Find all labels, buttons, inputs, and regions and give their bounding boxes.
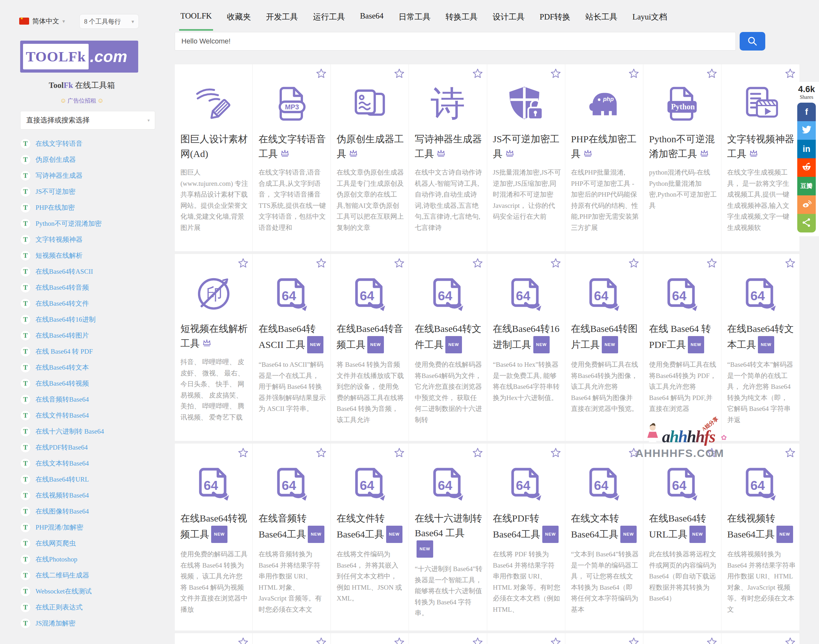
- sidebar-item[interactable]: T文字转视频神器: [20, 232, 104, 247]
- sidebar-item[interactable]: TPHP混淆/加解密: [20, 519, 104, 535]
- language-selector[interactable]: ★ 简体中文 ▾: [19, 17, 65, 26]
- tool-card[interactable]: 64在线Base64转ASCII 工具NEW“Base64 to ASCII”解…: [253, 254, 331, 441]
- tool-card[interactable]: 64在线PDF转Base64工具NEW在线将 PDF 转换为 Base64 并将…: [487, 443, 565, 630]
- favorite-star-icon[interactable]: [472, 447, 483, 458]
- sidebar-item-label[interactable]: 在线Base64转视频: [35, 379, 89, 388]
- tool-card[interactable]: [721, 633, 799, 644]
- favorite-star-icon[interactable]: [550, 68, 561, 79]
- tool-card[interactable]: 64在线文本转Base64工具NEW“文本到 Base64”转换器是一个简单的编…: [565, 443, 643, 630]
- favorite-star-icon[interactable]: [394, 68, 405, 79]
- favorite-star-icon[interactable]: [706, 637, 717, 644]
- sidebar-item-label[interactable]: 在线Base64转ASCII: [35, 267, 93, 276]
- favorite-star-icon[interactable]: [550, 447, 561, 458]
- linkedin-share-button[interactable]: in: [797, 140, 816, 158]
- twitter-share-button[interactable]: [797, 121, 816, 140]
- sidebar-item-label[interactable]: 在线网页爬虫: [35, 539, 76, 548]
- sidebar-item-label[interactable]: 在线Base64转URL: [35, 475, 89, 484]
- search-input[interactable]: [175, 32, 736, 51]
- tool-card[interactable]: 图巨人设计素材网(Ad)图巨人 (www.tujuren.com) 专注共享精品…: [175, 64, 253, 251]
- sidebar-item-label[interactable]: 在线PDF转Base64: [35, 443, 88, 452]
- sidebar-item[interactable]: TPHP在线加密: [20, 199, 104, 216]
- favorite-star-icon[interactable]: [628, 68, 639, 79]
- sidebar-item[interactable]: TWebsocket在线测试: [20, 583, 104, 599]
- sidebar-item-label[interactable]: 在线二维码生成器: [35, 571, 89, 580]
- favorite-star-icon[interactable]: [550, 637, 561, 644]
- favorite-star-icon[interactable]: [706, 68, 717, 79]
- tool-card[interactable]: phpPHP在线加密工具在线PHP批量混淆, PHP不可逆加密工具 - 加密后的…: [565, 64, 643, 251]
- favorite-star-icon[interactable]: [628, 447, 639, 458]
- sidebar-item[interactable]: T写诗神器生成器: [20, 167, 104, 184]
- sidebar-item[interactable]: T在线视频转Base64: [20, 487, 104, 503]
- facebook-share-button[interactable]: f: [797, 103, 816, 121]
- favorite-star-icon[interactable]: [472, 68, 483, 79]
- tool-card[interactable]: 文字转视频神器工具在线文字生成视频工具， 是一款将文字生成视频工具,提供一键生成…: [721, 64, 799, 251]
- sidebar-item[interactable]: T在线图像转Base64: [20, 503, 104, 519]
- sidebar-item-label[interactable]: 在线图像转Base64: [35, 507, 89, 516]
- tab-站长工具[interactable]: 站长工具: [584, 12, 619, 31]
- sidebar-item-label[interactable]: 在线Base64转文本: [35, 363, 89, 372]
- tool-card[interactable]: 64在线文件转Base64工具NEW在线将文件编码为 Base64， 并将其嵌入…: [331, 443, 409, 630]
- favorite-star-icon[interactable]: [706, 447, 717, 458]
- reddit-share-button[interactable]: [797, 158, 816, 177]
- favorite-star-icon[interactable]: [472, 637, 483, 644]
- sidebar-item[interactable]: T在线Photoshop: [20, 551, 104, 567]
- sidebar-item-label[interactable]: PHP混淆/加解密: [35, 523, 83, 532]
- tool-card[interactable]: 64在线Base64转16进制工具NEW“Base64 to Hex”转换器是一…: [487, 254, 565, 441]
- sidebar-item-label[interactable]: 文字转视频神器: [35, 235, 83, 244]
- favorite-star-icon[interactable]: [472, 258, 483, 268]
- favorite-star-icon[interactable]: [316, 637, 327, 644]
- favorite-star-icon[interactable]: [316, 68, 327, 79]
- tab-设计工具[interactable]: 设计工具: [492, 12, 526, 31]
- sidebar-item[interactable]: T在线十六进制转 Base64: [20, 423, 104, 439]
- tab-TOOLFK[interactable]: TOOLFK: [179, 12, 213, 31]
- search-button[interactable]: [740, 32, 765, 51]
- sidebar-item[interactable]: T在线PDF转Base64: [20, 439, 104, 455]
- favorite-star-icon[interactable]: [785, 637, 796, 644]
- favorite-star-icon[interactable]: [238, 637, 249, 644]
- favorite-star-icon[interactable]: [628, 637, 639, 644]
- tool-card[interactable]: [253, 633, 331, 644]
- sidebar-item[interactable]: T在线文本转Base64: [20, 455, 104, 471]
- favorite-star-icon[interactable]: [394, 258, 405, 268]
- tool-card[interactable]: JS不可逆加密工具JS批量混淆加密,JS不可逆加密,JS压缩加密,同时混淆和不可…: [487, 64, 565, 251]
- sidebar-item[interactable]: TPython不可逆混淆加密: [20, 216, 104, 232]
- sidebar-item[interactable]: T在线Base64转ASCII: [20, 264, 104, 279]
- sidebar-item[interactable]: T在线 Base64 转 PDF: [20, 343, 104, 359]
- tool-card[interactable]: [175, 633, 253, 644]
- sidebar-item-label[interactable]: 在线视频转Base64: [35, 491, 89, 500]
- sidebar-item[interactable]: T在线Base64转文件: [20, 296, 104, 311]
- tool-card[interactable]: PythonPython不可逆混淆加密工具python混淆代码-在线Python…: [643, 64, 721, 251]
- favorite-star-icon[interactable]: [238, 447, 249, 458]
- favorite-star-icon[interactable]: [628, 258, 639, 268]
- tool-card[interactable]: [331, 633, 409, 644]
- sidebar-item-label[interactable]: 在线文字转语音: [35, 139, 83, 148]
- sidebar-item-label[interactable]: 在线 Base64 转 PDF: [35, 347, 93, 356]
- tool-card[interactable]: 64在线Base64转图片工具NEW使用免费解码工具在线将Base64转换为图像…: [565, 254, 643, 441]
- tab-运行工具[interactable]: 运行工具: [312, 12, 346, 31]
- tool-card[interactable]: MP3在线文字转语音工具在线文字转语音,语音合成工具,从文字到语音， 文字转语音…: [253, 64, 331, 251]
- sidebar-item-label[interactable]: JS混淆加解密: [35, 619, 75, 628]
- sidebar-item-label[interactable]: 在线正则表达式: [35, 603, 83, 612]
- share-share-button[interactable]: [797, 214, 816, 233]
- sidebar-item-label[interactable]: Python不可逆混淆加密: [35, 219, 102, 228]
- sidebar-item[interactable]: T在线正则表达式: [20, 599, 104, 615]
- tab-Layui文档[interactable]: Layui文档: [631, 12, 668, 31]
- favorite-star-icon[interactable]: [785, 258, 796, 268]
- sidebar-item-label[interactable]: 在线文件转Base64: [35, 411, 89, 420]
- weibo-share-button[interactable]: [797, 195, 816, 214]
- favorite-star-icon[interactable]: [785, 447, 796, 458]
- sidebar-item-label[interactable]: 在线Base64转图片: [35, 331, 89, 340]
- sidebar-item[interactable]: T在线网页爬虫: [20, 535, 104, 551]
- favorite-star-icon[interactable]: [550, 258, 561, 268]
- tool-card[interactable]: 64在线Base64转URL工具NEW此在线转换器将远程文件或网页的内容编码为 …: [643, 443, 721, 630]
- favorite-star-icon[interactable]: [316, 447, 327, 458]
- sidebar-item[interactable]: T在线Base64转16进制: [20, 311, 104, 327]
- tool-card[interactable]: 64在线视频转Base64工具NEW在线将视频转换为 Base64 并将结果字符…: [721, 443, 799, 630]
- sidebar-item-label[interactable]: 在线音频转Base64: [35, 395, 89, 404]
- site-logo[interactable]: TOOLFk .com: [20, 41, 138, 73]
- tools-per-row-select[interactable]: 8 个工具每行 ▾: [79, 14, 139, 29]
- tool-card[interactable]: 64在线音频转Base64工具NEW在线将音频转换为 Base64 并将结果字符…: [253, 443, 331, 630]
- tab-日常工具[interactable]: 日常工具: [397, 12, 432, 31]
- tool-card[interactable]: 印短视频在线解析工具抖音、 哔哩哔哩、 皮皮虾、 微视、 最右、今日头条、 快手…: [175, 254, 253, 441]
- sidebar-item-label[interactable]: Websocket在线测试: [35, 587, 92, 596]
